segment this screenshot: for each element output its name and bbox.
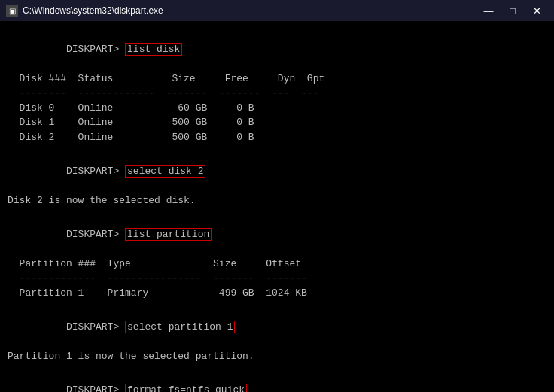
application-window: ▣ C:\Windows\system32\diskpart.exe — □ ✕…: [0, 0, 554, 392]
disk1-row: Disk 1 Online 500 GB 0 B: [8, 115, 546, 130]
command-4: select partition 1: [125, 321, 235, 333]
part-sep: ------------- ---------------- ------- -…: [8, 271, 546, 286]
cmd1-space: [119, 44, 125, 55]
cmd3-space: [119, 229, 125, 240]
cmd2-space: [119, 166, 125, 177]
line-cmd3: DISKPART> list partition: [8, 212, 546, 257]
app-icon: ▣: [6, 5, 18, 17]
title-bar-left: ▣ C:\Windows\system32\diskpart.exe: [6, 5, 163, 17]
command-3: list partition: [125, 228, 212, 241]
part-header: Partition ### Type Size Offset: [8, 257, 546, 272]
table-sep: -------- ------------- ------- ------- -…: [8, 86, 546, 101]
cmd5-space: [119, 384, 125, 393]
maximize-button[interactable]: □: [501, 3, 524, 18]
command-1: list disk: [125, 43, 182, 56]
disk2-row: Disk 2 Online 500 GB 0 B: [8, 130, 546, 145]
terminal-container: DISKPART> list disk Disk ### Status Size…: [0, 21, 554, 392]
minimize-button[interactable]: —: [477, 3, 500, 18]
line-cmd4: DISKPART> select partition 1: [8, 305, 546, 349]
line-cmd2: DISKPART> select disk 2: [8, 149, 546, 193]
window-title: C:\Windows\system32\diskpart.exe: [23, 5, 163, 16]
command-2: select disk 2: [125, 165, 205, 178]
line-cmd1: DISKPART> list disk: [8, 27, 546, 71]
table-header: Disk ### Status Size Free Dyn Gpt: [8, 71, 546, 87]
terminal-content: DISKPART> list disk Disk ### Status Size…: [0, 21, 554, 392]
command-5: format fs=ntfs quick: [125, 384, 247, 393]
terminal-scroll[interactable]: DISKPART> list disk Disk ### Status Size…: [0, 21, 554, 392]
line-cmd5: DISKPART> format fs=ntfs quick: [8, 368, 546, 392]
select-part-msg: Partition 1 is now the selected partitio…: [8, 349, 546, 364]
select-disk-msg: Disk 2 is now the selected disk.: [8, 193, 546, 208]
cmd4-space: [119, 321, 125, 333]
part1-row: Partition 1 Primary 499 GB 1024 KB: [8, 286, 546, 301]
prompt-2: DISKPART>: [66, 166, 119, 177]
disk0-row: Disk 0 Online 60 GB 0 B: [8, 101, 546, 116]
title-bar-controls: — □ ✕: [477, 3, 548, 18]
title-bar: ▣ C:\Windows\system32\diskpart.exe — □ ✕: [0, 0, 554, 21]
prompt-1: DISKPART>: [66, 44, 119, 55]
close-button[interactable]: ✕: [525, 3, 548, 18]
prompt-3: DISKPART>: [66, 229, 119, 240]
prompt-4: DISKPART>: [66, 321, 119, 333]
prompt-5: DISKPART>: [66, 384, 119, 393]
